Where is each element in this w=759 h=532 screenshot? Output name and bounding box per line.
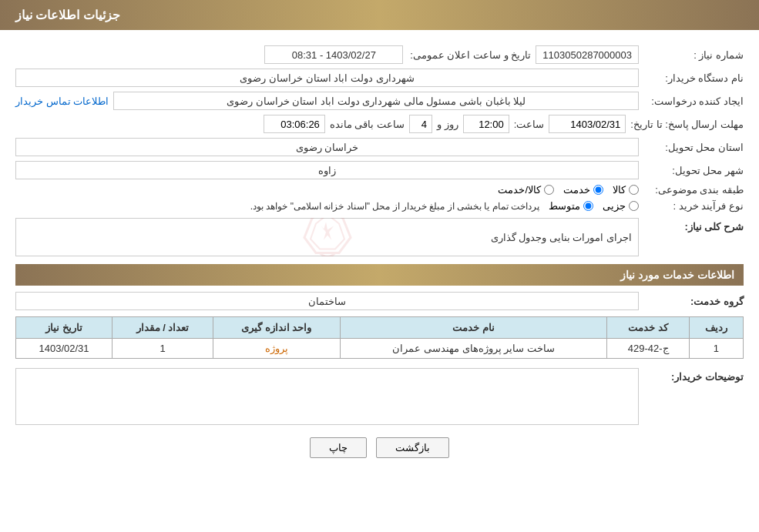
- process-motavasset-radio[interactable]: [583, 201, 593, 211]
- category-kala-label: کالا: [613, 184, 626, 196]
- response-days-label: روز و: [437, 119, 458, 130]
- buyer-name-value: شهرداری دولت اباد استان خراسان رضوی: [15, 69, 639, 87]
- button-row: بازگشت چاپ: [15, 437, 744, 458]
- contact-link[interactable]: اطلاعات تماس خریدار: [15, 95, 109, 107]
- table-cell: 1403/02/31: [16, 339, 113, 359]
- response-remaining-value: 03:06:26: [264, 115, 325, 133]
- category-kala-radio[interactable]: [629, 185, 639, 195]
- service-group-label: گروه خدمت:: [643, 296, 744, 307]
- city-label: شهر محل تحویل:: [643, 165, 744, 176]
- category-kala-khedmat-radio[interactable]: [544, 185, 554, 195]
- general-desc-text: اجرای امورات بنایی وجدول گذاری: [491, 232, 632, 243]
- col-date: تاریخ نیاز: [16, 317, 113, 339]
- response-remaining-label: ساعت باقی مانده: [330, 119, 405, 130]
- response-deadline-label: مهلت ارسال پاسخ: تا تاریخ:: [630, 119, 744, 130]
- table-cell: 1: [689, 339, 743, 359]
- buyer-desc-label: توضیحات خریدار:: [643, 368, 744, 383]
- category-options: کالا خدمت کالا/خدمت: [15, 184, 639, 196]
- need-number-value: 1103050287000003: [536, 45, 639, 64]
- category-kala-khedmat[interactable]: کالا/خدمت: [498, 184, 554, 196]
- table-cell: پروژه: [213, 339, 340, 359]
- process-jozi[interactable]: جزیی: [603, 200, 639, 212]
- response-date-value: 1403/02/31: [549, 115, 626, 133]
- col-name: نام خدمت: [340, 317, 607, 339]
- process-motavasset[interactable]: متوسط: [549, 200, 593, 212]
- table-cell: ساخت سایر پروژه‌های مهندسی عمران: [340, 339, 607, 359]
- process-jozi-radio[interactable]: [629, 201, 639, 211]
- col-code: کد خدمت: [607, 317, 689, 339]
- col-unit: واحد اندازه گیری: [213, 317, 340, 339]
- services-table-section: ردیف کد خدمت نام خدمت واحد اندازه گیری ت…: [15, 316, 744, 359]
- process-options: جزیی متوسط پرداخت تمام یا بخشی از مبلغ خ…: [15, 200, 639, 212]
- process-description: پرداخت تمام یا بخشی از مبلغ خریدار از مح…: [250, 201, 539, 212]
- province-label: استان محل تحویل:: [643, 142, 744, 153]
- need-number-label: شماره نیاز :: [643, 49, 744, 61]
- category-kala-khedmat-label: کالا/خدمت: [498, 184, 541, 196]
- category-khedmat-radio[interactable]: [593, 185, 603, 195]
- creator-label: ایجاد کننده درخواست:: [643, 95, 744, 107]
- city-value: زاوه: [15, 161, 639, 179]
- category-label: طبقه بندی موضوعی:: [643, 184, 744, 196]
- province-value: خراسان رضوی: [15, 138, 639, 156]
- process-motavasset-label: متوسط: [549, 200, 580, 212]
- service-group-value: ساختمان: [15, 292, 639, 310]
- col-quantity: تعداد / مقدار: [113, 317, 213, 339]
- announcement-value: 1403/02/27 - 08:31: [264, 45, 403, 64]
- services-table: ردیف کد خدمت نام خدمت واحد اندازه گیری ت…: [15, 316, 744, 359]
- buyer-desc-textarea[interactable]: [15, 368, 639, 425]
- general-desc-value: اجرای امورات بنایی وجدول گذاری: [15, 218, 639, 256]
- buyer-name-label: نام دستگاه خریدار:: [643, 72, 744, 84]
- creator-value: لیلا باغبان باشی مسئول مالی شهرداری دولت…: [113, 92, 639, 110]
- general-desc-label: شرح کلی نیاز:: [643, 218, 744, 233]
- process-jozi-label: جزیی: [603, 200, 626, 212]
- category-khedmat-label: خدمت: [563, 184, 590, 196]
- table-row: 1ج-42-429ساخت سایر پروژه‌های مهندسی عمرا…: [16, 339, 744, 359]
- category-kala[interactable]: کالا: [613, 184, 639, 196]
- process-label: نوع فرآیند خرید :: [643, 200, 744, 212]
- services-section-title: اطلاعات خدمات مورد نیاز: [15, 264, 744, 286]
- print-button[interactable]: چاپ: [310, 437, 367, 458]
- response-days-value: 4: [409, 115, 432, 133]
- table-cell: 1: [113, 339, 213, 359]
- response-time-value: 12:00: [463, 115, 509, 133]
- announcement-label: تاریخ و ساعت اعلان عمومی:: [408, 49, 531, 61]
- category-khedmat[interactable]: خدمت: [563, 184, 603, 196]
- response-time-label: ساعت:: [514, 119, 545, 130]
- table-cell: ج-42-429: [607, 339, 689, 359]
- col-row: ردیف: [689, 317, 743, 339]
- back-button[interactable]: بازگشت: [376, 437, 449, 458]
- page-header: جزئیات اطلاعات نیاز: [0, 0, 759, 30]
- page-title: جزئیات اطلاعات نیاز: [15, 8, 120, 22]
